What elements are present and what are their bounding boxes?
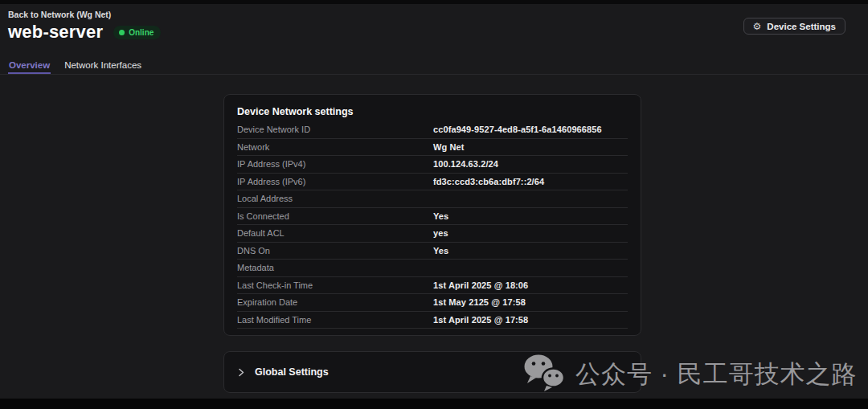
status-badge: Online [113,26,161,39]
row-label: Is Connected [237,211,433,221]
row-value: Yes [433,211,448,221]
tab-network-interfaces[interactable]: Network Interfaces [63,55,142,74]
table-row: Default ACL yes [237,225,628,243]
bottom-edge-strip [0,399,868,409]
chevron-right-icon [237,368,245,377]
row-label: Metadata [237,263,433,272]
row-label: Local Address [237,194,433,203]
row-label: Network [237,142,433,152]
table-row: Expiration Date 1st May 2125 @ 17:58 [237,294,628,312]
card-title: Device Network settings [237,106,628,121]
table-row: Metadata [237,260,628,277]
table-row: Device Network ID cc0fa949-9527-4ed8-a5f… [237,121,628,139]
breadcrumb[interactable]: Back to Network (Wg Net) [8,10,111,19]
row-label: Last Check-in Time [237,280,433,290]
row-value: cc0fa949-9527-4ed8-a5f1-6a1460966856 [433,125,602,134]
device-settings-label: Device Settings [767,22,836,31]
gear-icon: ⚙ [753,22,762,31]
row-value: Yes [433,246,448,256]
device-settings-rows: Device Network ID cc0fa949-9527-4ed8-a5f… [237,121,628,329]
row-label: IP Address (IPv6) [237,177,433,186]
title-row: web-server Online [8,22,161,43]
row-label: Expiration Date [237,297,433,307]
table-row: Is Connected Yes [237,208,628,226]
row-label: DNS On [237,246,433,256]
table-row: IP Address (IPv4) 100.124.63.2/24 [237,156,628,174]
tab-bar: Overview Network Interfaces [0,55,868,75]
row-value: 100.124.63.2/24 [433,159,498,169]
top-edge-strip [0,0,868,4]
row-value: Wg Net [433,142,464,152]
row-label: IP Address (IPv4) [237,159,433,169]
row-value: 1st April 2025 @ 18:06 [433,280,528,290]
row-label: Device Network ID [237,125,433,134]
table-row: IP Address (IPv6) fd3c:ccd3:cb6a:dbf7::2… [237,174,628,191]
tab-overview[interactable]: Overview [8,55,51,74]
table-row: Last Modified Time 1st April 2025 @ 17:5… [237,312,628,329]
table-row: Local Address [237,190,628,208]
table-row: DNS On Yes [237,243,628,260]
row-label: Last Modified Time [237,315,433,325]
table-row: Last Check-in Time 1st April 2025 @ 18:0… [237,277,628,295]
row-value: 1st May 2125 @ 17:58 [433,297,526,307]
table-row: Network Wg Net [237,139,628,157]
row-value: fd3c:ccd3:cb6a:dbf7::2/64 [433,177,544,186]
online-dot-icon [119,30,125,35]
row-label: Default ACL [237,228,433,238]
global-settings-title: Global Settings [255,366,329,378]
row-value: 1st April 2025 @ 17:58 [433,315,528,325]
page-title: web-server [8,22,103,43]
device-network-settings-card: Device Network settings Device Network I… [223,94,641,336]
global-settings-card[interactable]: Global Settings [223,351,641,393]
row-value: yes [433,228,448,238]
device-settings-button[interactable]: ⚙ Device Settings [743,18,845,35]
status-label: Online [129,28,154,37]
